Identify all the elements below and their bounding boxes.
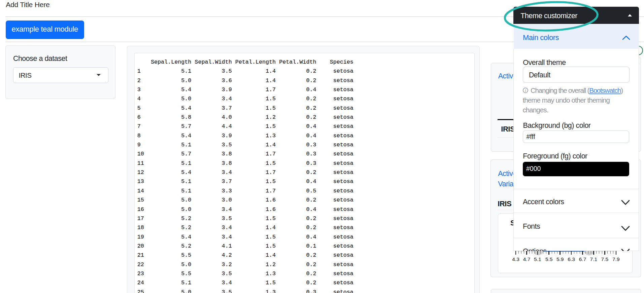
svg-text:i: i <box>525 88 526 93</box>
